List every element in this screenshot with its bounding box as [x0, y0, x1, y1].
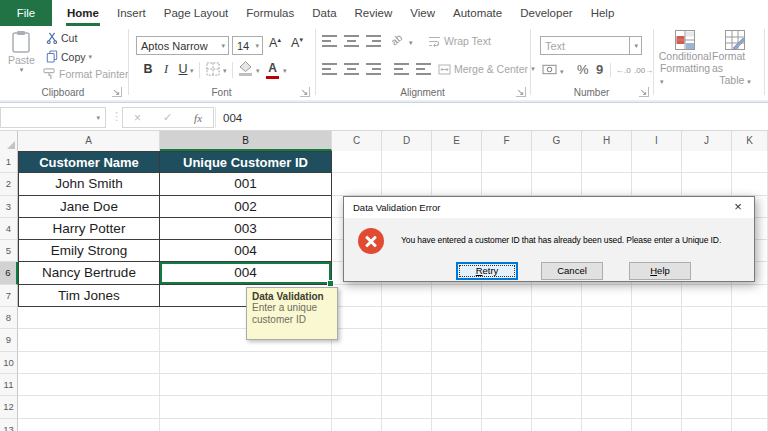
align-center-button[interactable] — [344, 63, 359, 75]
cell-K7[interactable] — [732, 285, 768, 307]
cell-D11[interactable] — [382, 374, 432, 396]
cell-F8[interactable] — [482, 307, 532, 329]
cell-C7[interactable] — [332, 285, 382, 307]
cell-G9[interactable] — [532, 329, 582, 351]
cell-I10[interactable] — [632, 352, 682, 374]
cell-C8[interactable] — [332, 307, 382, 329]
wrap-text-button[interactable]: Wrap Text — [428, 35, 491, 47]
cell-F1[interactable] — [482, 151, 532, 173]
column-header-A[interactable]: A — [18, 131, 160, 151]
cell-H1[interactable] — [582, 151, 632, 173]
underline-caret-icon[interactable]: ▾ — [190, 67, 194, 75]
cell-B12[interactable] — [160, 396, 332, 418]
cell-J11[interactable] — [682, 374, 732, 396]
grow-font-button[interactable]: A▴ — [268, 36, 282, 50]
font-color-caret-icon[interactable]: ▾ — [283, 67, 287, 75]
cell-B3[interactable]: 002 — [160, 196, 332, 218]
copy-button[interactable]: Copy ▾ — [46, 50, 92, 63]
decrease-decimal-button[interactable]: .00→ — [634, 66, 653, 75]
row-header-12[interactable]: 12 — [0, 396, 18, 418]
row-header-6[interactable]: 6 — [0, 262, 18, 284]
decrease-indent-button[interactable] — [394, 63, 409, 75]
cancel-button[interactable]: Cancel — [541, 262, 603, 280]
cell-C13[interactable] — [332, 419, 382, 431]
column-header-D[interactable]: D — [382, 131, 432, 151]
cell-H12[interactable] — [582, 396, 632, 418]
cell-F7[interactable] — [482, 285, 532, 307]
cell-A1[interactable]: Customer Name — [18, 151, 160, 173]
cell-B1[interactable]: Unique Customer ID — [160, 151, 332, 173]
font-size-combo[interactable]: 14 ▾ — [232, 36, 263, 55]
cell-D8[interactable] — [382, 307, 432, 329]
row-header-8[interactable]: 8 — [0, 307, 18, 329]
orientation-caret-icon[interactable]: ▾ — [409, 39, 413, 47]
cell-D12[interactable] — [382, 396, 432, 418]
cell-D1[interactable] — [382, 151, 432, 173]
font-dialog-launcher-icon[interactable]: ↘ — [300, 87, 310, 97]
cell-A6[interactable]: Nancy Bertrude — [18, 262, 160, 284]
cell-A13[interactable] — [18, 419, 160, 431]
cell-G13[interactable] — [532, 419, 582, 431]
cell-I9[interactable] — [632, 329, 682, 351]
column-header-F[interactable]: F — [482, 131, 532, 151]
cell-B10[interactable] — [160, 352, 332, 374]
cell-D10[interactable] — [382, 352, 432, 374]
cell-K9[interactable] — [732, 329, 768, 351]
merge-center-button[interactable]: Merge & Center ▾ — [438, 63, 535, 75]
cell-I13[interactable] — [632, 419, 682, 431]
accounting-caret-icon[interactable]: ▾ — [560, 68, 564, 76]
cell-F13[interactable] — [482, 419, 532, 431]
cell-I1[interactable] — [632, 151, 682, 173]
cell-B6[interactable]: 004 — [160, 262, 332, 284]
cancel-entry-icon[interactable]: × — [134, 111, 141, 125]
row-header-4[interactable]: 4 — [0, 218, 18, 240]
name-box[interactable]: ▾ — [0, 107, 106, 128]
conditional-formatting-button[interactable]: Conditional Formatting ▾ — [662, 30, 708, 86]
cell-E10[interactable] — [432, 352, 482, 374]
cell-D13[interactable] — [382, 419, 432, 431]
align-bottom-button[interactable] — [366, 35, 381, 47]
cell-H8[interactable] — [582, 307, 632, 329]
align-top-button[interactable] — [322, 35, 337, 47]
cell-H2[interactable] — [582, 173, 632, 195]
orientation-button[interactable]: ab — [389, 29, 412, 52]
cell-E9[interactable] — [432, 329, 482, 351]
cell-H11[interactable] — [582, 374, 632, 396]
tab-developer[interactable]: Developer — [511, 0, 581, 26]
cell-C2[interactable] — [332, 173, 382, 195]
cell-C11[interactable] — [332, 374, 382, 396]
row-header-3[interactable]: 3 — [0, 196, 18, 218]
enter-entry-icon[interactable]: ✓ — [163, 111, 172, 124]
align-middle-button[interactable] — [344, 35, 359, 47]
format-as-table-button[interactable]: Format as Table ▾ — [712, 30, 758, 86]
row-header-1[interactable]: 1 — [0, 151, 18, 173]
cell-B13[interactable] — [160, 419, 332, 431]
column-header-K[interactable]: K — [732, 131, 768, 151]
cell-I2[interactable] — [632, 173, 682, 195]
cell-G7[interactable] — [532, 285, 582, 307]
cell-J1[interactable] — [682, 151, 732, 173]
cell-C10[interactable] — [332, 352, 382, 374]
format-painter-button[interactable]: Format Painter — [43, 68, 128, 80]
tab-home[interactable]: Home — [58, 0, 108, 26]
column-header-H[interactable]: H — [582, 131, 632, 151]
column-header-J[interactable]: J — [682, 131, 732, 151]
tab-view[interactable]: View — [401, 0, 444, 26]
font-name-combo[interactable]: Aptos Narrow ▾ — [136, 36, 229, 55]
cell-E2[interactable] — [432, 173, 482, 195]
cell-B2[interactable]: 001 — [160, 173, 332, 195]
cell-J10[interactable] — [682, 352, 732, 374]
cell-G10[interactable] — [532, 352, 582, 374]
cell-G2[interactable] — [532, 173, 582, 195]
italic-button[interactable]: I — [159, 62, 173, 77]
cell-F11[interactable] — [482, 374, 532, 396]
clipboard-dialog-launcher-icon[interactable]: ↘ — [112, 87, 122, 97]
select-all-corner[interactable] — [0, 131, 18, 151]
cell-A9[interactable] — [18, 329, 160, 351]
cell-H7[interactable] — [582, 285, 632, 307]
cell-J9[interactable] — [682, 329, 732, 351]
bold-button[interactable]: B — [141, 62, 155, 76]
cell-J8[interactable] — [682, 307, 732, 329]
name-box-caret-icon[interactable]: ▾ — [96, 114, 100, 122]
underline-button[interactable]: U — [176, 62, 190, 76]
